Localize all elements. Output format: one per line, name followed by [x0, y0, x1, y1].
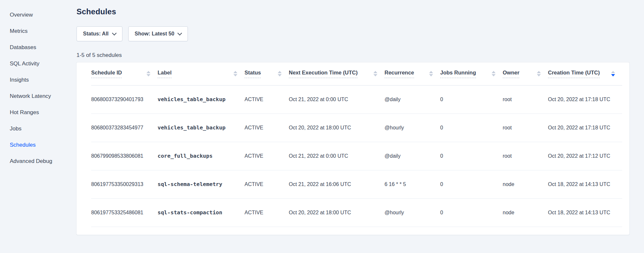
- cell-creation-time: Oct 18, 2022 at 14:13 UTC: [548, 198, 622, 227]
- column-header-creation-time[interactable]: Creation Time (UTC): [548, 62, 622, 85]
- column-label: Jobs Running: [440, 70, 476, 78]
- cell-recurrence: @hourly: [385, 113, 440, 142]
- column-label: Creation Time (UTC): [548, 70, 600, 78]
- cell-label: sql-stats-compaction: [158, 198, 245, 227]
- cell-next-execution: Oct 21, 2022 at 0:00 UTC: [289, 85, 385, 113]
- cell-status: ACTIVE: [245, 198, 289, 227]
- cell-owner: root: [503, 142, 548, 170]
- cell-jobs-running: 0: [440, 85, 503, 113]
- cell-creation-time: Oct 20, 2022 at 17:18 UTC: [548, 113, 622, 142]
- cell-owner: root: [503, 113, 548, 142]
- cell-schedule-id: 806800373283454977: [91, 113, 158, 142]
- column-header-recurrence[interactable]: Recurrence: [385, 62, 440, 85]
- column-header-owner[interactable]: Owner: [503, 62, 548, 85]
- cell-schedule-id: 806799098533806081: [91, 142, 158, 170]
- cell-label: core_full_backups: [158, 142, 245, 170]
- chevron-down-icon: [112, 31, 116, 35]
- cell-recurrence: 6 16 * * 5: [385, 170, 440, 198]
- cell-jobs-running: 0: [440, 170, 503, 198]
- cell-label: vehicles_table_backup: [158, 85, 245, 113]
- filter-bar: Status: All Show: Latest 50: [77, 26, 629, 41]
- cell-status: ACTIVE: [245, 142, 289, 170]
- sort-icon: [492, 71, 496, 76]
- sort-icon: [429, 71, 433, 76]
- app-layout: OverviewMetricsDatabasesSQL ActivityInsi…: [0, 0, 644, 253]
- cell-schedule-id: 806197753325486081: [91, 198, 158, 227]
- sort-icon: [611, 71, 615, 76]
- results-count: 1-5 of 5 schedules: [77, 52, 629, 59]
- table-row: 806800373283454977vehicles_table_backupA…: [91, 113, 622, 142]
- schedule-label-mono: sql-schema-telemetry: [158, 181, 222, 187]
- column-label: Status: [245, 70, 261, 78]
- table-header-row: Schedule IDLabelStatusNext Execution Tim…: [91, 62, 622, 85]
- cell-jobs-running: 0: [440, 142, 503, 170]
- cell-jobs-running: 0: [440, 198, 503, 227]
- chevron-down-icon: [177, 31, 182, 35]
- column-header-jobs-running[interactable]: Jobs Running: [440, 62, 503, 85]
- column-label: Schedule ID: [91, 70, 122, 78]
- sidebar-item-insights[interactable]: Insights: [10, 72, 77, 88]
- cell-schedule-id: 806197753350029313: [91, 170, 158, 198]
- column-header-label[interactable]: Label: [158, 62, 245, 85]
- page-title: Schedules: [77, 7, 629, 16]
- cell-owner: node: [503, 170, 548, 198]
- sidebar: OverviewMetricsDatabasesSQL ActivityInsi…: [0, 0, 77, 253]
- table-row: 806799098533806081core_full_backupsACTIV…: [91, 142, 622, 170]
- schedule-label-mono: vehicles_table_backup: [158, 125, 226, 131]
- schedule-label-mono: sql-stats-compaction: [158, 209, 222, 216]
- cell-jobs-running: 0: [440, 113, 503, 142]
- cell-label: sql-schema-telemetry: [158, 170, 245, 198]
- cell-next-execution: Oct 21, 2022 at 0:00 UTC: [289, 142, 385, 170]
- column-label: Recurrence: [385, 70, 414, 78]
- sidebar-item-advanced-debug[interactable]: Advanced Debug: [10, 153, 77, 169]
- table-row: 806197753325486081sql-stats-compactionAC…: [91, 198, 622, 227]
- cell-creation-time: Oct 18, 2022 at 14:13 UTC: [548, 170, 622, 198]
- sidebar-item-sql-activity[interactable]: SQL Activity: [10, 56, 77, 72]
- cell-creation-time: Oct 20, 2022 at 17:12 UTC: [548, 142, 622, 170]
- cell-recurrence: @daily: [385, 142, 440, 170]
- show-filter-dropdown[interactable]: Show: Latest 50: [128, 26, 188, 41]
- cell-next-execution: Oct 21, 2022 at 16:06 UTC: [289, 170, 385, 198]
- cell-recurrence: @hourly: [385, 198, 440, 227]
- table-row: 806197753350029313sql-schema-telemetryAC…: [91, 170, 622, 198]
- cell-schedule-id: 806800373290401793: [91, 85, 158, 113]
- status-filter-label: Status: All: [83, 31, 109, 37]
- cell-creation-time: Oct 20, 2022 at 17:18 UTC: [548, 85, 622, 113]
- cell-next-execution: Oct 20, 2022 at 18:00 UTC: [289, 113, 385, 142]
- sort-icon: [147, 71, 150, 76]
- column-header-schedule-id[interactable]: Schedule ID: [91, 62, 158, 85]
- show-filter-label: Show: Latest 50: [135, 31, 175, 37]
- status-filter-dropdown[interactable]: Status: All: [77, 26, 122, 41]
- schedules-table-card: Schedule IDLabelStatusNext Execution Tim…: [77, 62, 629, 235]
- sidebar-item-databases[interactable]: Databases: [10, 39, 77, 56]
- sidebar-item-schedules[interactable]: Schedules: [10, 137, 77, 153]
- column-label: Owner: [503, 70, 519, 78]
- sidebar-item-metrics[interactable]: Metrics: [10, 23, 77, 39]
- sort-icon: [537, 71, 541, 76]
- sidebar-item-hot-ranges[interactable]: Hot Ranges: [10, 104, 77, 121]
- sidebar-item-jobs[interactable]: Jobs: [10, 121, 77, 137]
- sidebar-item-network-latency[interactable]: Network Latency: [10, 88, 77, 104]
- cell-status: ACTIVE: [245, 113, 289, 142]
- cell-owner: node: [503, 198, 548, 227]
- column-label: Label: [158, 70, 172, 78]
- cell-next-execution: Oct 20, 2022 at 18:00 UTC: [289, 198, 385, 227]
- main-content: Schedules Status: All Show: Latest 50 1-…: [77, 0, 644, 253]
- cell-recurrence: @daily: [385, 85, 440, 113]
- table-row: 806800373290401793vehicles_table_backupA…: [91, 85, 622, 113]
- schedule-label-mono: vehicles_table_backup: [158, 96, 226, 102]
- sort-icon: [278, 71, 282, 76]
- column-header-next-execution[interactable]: Next Execution Time (UTC): [289, 62, 385, 85]
- cell-status: ACTIVE: [245, 170, 289, 198]
- cell-owner: root: [503, 85, 548, 113]
- sidebar-item-overview[interactable]: Overview: [10, 7, 77, 23]
- column-label: Next Execution Time (UTC): [289, 70, 357, 78]
- schedules-table: Schedule IDLabelStatusNext Execution Tim…: [91, 62, 622, 227]
- sort-icon: [233, 71, 237, 76]
- cell-label: vehicles_table_backup: [158, 113, 245, 142]
- schedule-label-mono: core_full_backups: [158, 153, 213, 159]
- sort-icon: [373, 71, 377, 76]
- cell-status: ACTIVE: [245, 85, 289, 113]
- column-header-status[interactable]: Status: [245, 62, 289, 85]
